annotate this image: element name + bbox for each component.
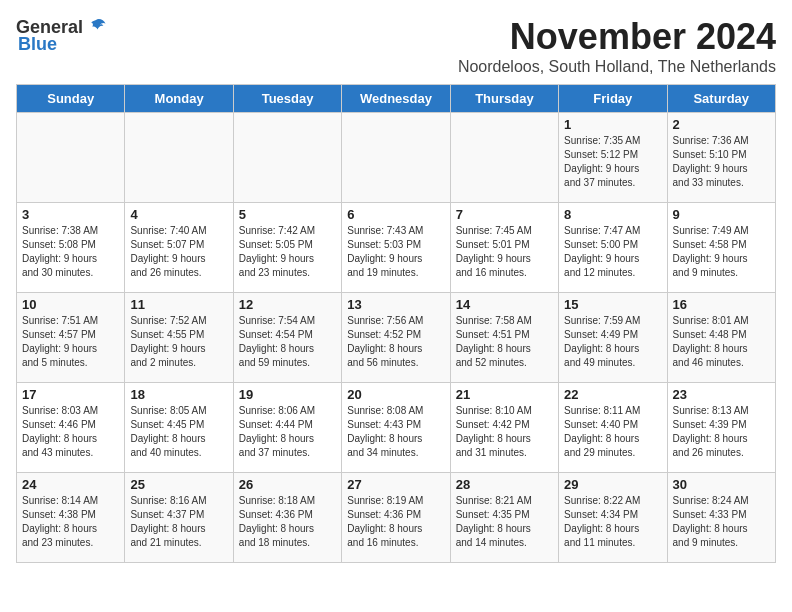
day-number: 27	[347, 477, 444, 492]
day-info: Sunrise: 8:11 AM Sunset: 4:40 PM Dayligh…	[564, 404, 661, 460]
day-number: 11	[130, 297, 227, 312]
day-number: 1	[564, 117, 661, 132]
column-header-wednesday: Wednesday	[342, 85, 450, 113]
calendar-cell: 14Sunrise: 7:58 AM Sunset: 4:51 PM Dayli…	[450, 293, 558, 383]
calendar-cell: 7Sunrise: 7:45 AM Sunset: 5:01 PM Daylig…	[450, 203, 558, 293]
calendar-week-row: 24Sunrise: 8:14 AM Sunset: 4:38 PM Dayli…	[17, 473, 776, 563]
logo-bird-icon	[85, 16, 107, 38]
column-header-monday: Monday	[125, 85, 233, 113]
column-header-tuesday: Tuesday	[233, 85, 341, 113]
calendar-cell: 16Sunrise: 8:01 AM Sunset: 4:48 PM Dayli…	[667, 293, 775, 383]
calendar-cell: 19Sunrise: 8:06 AM Sunset: 4:44 PM Dayli…	[233, 383, 341, 473]
day-info: Sunrise: 8:13 AM Sunset: 4:39 PM Dayligh…	[673, 404, 770, 460]
calendar-cell: 4Sunrise: 7:40 AM Sunset: 5:07 PM Daylig…	[125, 203, 233, 293]
calendar-table: SundayMondayTuesdayWednesdayThursdayFrid…	[16, 84, 776, 563]
calendar-cell: 26Sunrise: 8:18 AM Sunset: 4:36 PM Dayli…	[233, 473, 341, 563]
day-number: 18	[130, 387, 227, 402]
day-number: 22	[564, 387, 661, 402]
calendar-cell	[450, 113, 558, 203]
day-number: 7	[456, 207, 553, 222]
calendar-cell: 17Sunrise: 8:03 AM Sunset: 4:46 PM Dayli…	[17, 383, 125, 473]
title-area: November 2024 Noordeloos, South Holland,…	[458, 16, 776, 76]
day-info: Sunrise: 8:21 AM Sunset: 4:35 PM Dayligh…	[456, 494, 553, 550]
calendar-cell: 30Sunrise: 8:24 AM Sunset: 4:33 PM Dayli…	[667, 473, 775, 563]
calendar-cell: 6Sunrise: 7:43 AM Sunset: 5:03 PM Daylig…	[342, 203, 450, 293]
day-info: Sunrise: 7:51 AM Sunset: 4:57 PM Dayligh…	[22, 314, 119, 370]
calendar-cell: 29Sunrise: 8:22 AM Sunset: 4:34 PM Dayli…	[559, 473, 667, 563]
day-number: 6	[347, 207, 444, 222]
day-number: 28	[456, 477, 553, 492]
day-info: Sunrise: 7:43 AM Sunset: 5:03 PM Dayligh…	[347, 224, 444, 280]
day-number: 16	[673, 297, 770, 312]
day-number: 30	[673, 477, 770, 492]
calendar-cell: 15Sunrise: 7:59 AM Sunset: 4:49 PM Dayli…	[559, 293, 667, 383]
calendar-cell	[342, 113, 450, 203]
calendar-cell: 28Sunrise: 8:21 AM Sunset: 4:35 PM Dayli…	[450, 473, 558, 563]
calendar-cell: 5Sunrise: 7:42 AM Sunset: 5:05 PM Daylig…	[233, 203, 341, 293]
calendar-week-row: 3Sunrise: 7:38 AM Sunset: 5:08 PM Daylig…	[17, 203, 776, 293]
calendar-cell: 8Sunrise: 7:47 AM Sunset: 5:00 PM Daylig…	[559, 203, 667, 293]
day-number: 26	[239, 477, 336, 492]
logo-blue: Blue	[18, 34, 57, 55]
calendar-cell: 12Sunrise: 7:54 AM Sunset: 4:54 PM Dayli…	[233, 293, 341, 383]
column-header-thursday: Thursday	[450, 85, 558, 113]
calendar-cell: 2Sunrise: 7:36 AM Sunset: 5:10 PM Daylig…	[667, 113, 775, 203]
day-info: Sunrise: 8:14 AM Sunset: 4:38 PM Dayligh…	[22, 494, 119, 550]
day-info: Sunrise: 8:22 AM Sunset: 4:34 PM Dayligh…	[564, 494, 661, 550]
day-number: 4	[130, 207, 227, 222]
calendar-cell: 23Sunrise: 8:13 AM Sunset: 4:39 PM Dayli…	[667, 383, 775, 473]
day-number: 21	[456, 387, 553, 402]
calendar-cell	[125, 113, 233, 203]
calendar-header-row: SundayMondayTuesdayWednesdayThursdayFrid…	[17, 85, 776, 113]
logo: General Blue	[16, 16, 107, 55]
calendar-week-row: 17Sunrise: 8:03 AM Sunset: 4:46 PM Dayli…	[17, 383, 776, 473]
day-number: 5	[239, 207, 336, 222]
calendar-week-row: 10Sunrise: 7:51 AM Sunset: 4:57 PM Dayli…	[17, 293, 776, 383]
day-info: Sunrise: 7:40 AM Sunset: 5:07 PM Dayligh…	[130, 224, 227, 280]
day-info: Sunrise: 7:45 AM Sunset: 5:01 PM Dayligh…	[456, 224, 553, 280]
day-info: Sunrise: 7:42 AM Sunset: 5:05 PM Dayligh…	[239, 224, 336, 280]
day-info: Sunrise: 7:58 AM Sunset: 4:51 PM Dayligh…	[456, 314, 553, 370]
day-info: Sunrise: 7:35 AM Sunset: 5:12 PM Dayligh…	[564, 134, 661, 190]
month-title: November 2024	[458, 16, 776, 58]
day-number: 29	[564, 477, 661, 492]
day-info: Sunrise: 8:16 AM Sunset: 4:37 PM Dayligh…	[130, 494, 227, 550]
header: General Blue November 2024 Noordeloos, S…	[16, 16, 776, 76]
day-info: Sunrise: 8:05 AM Sunset: 4:45 PM Dayligh…	[130, 404, 227, 460]
day-info: Sunrise: 8:18 AM Sunset: 4:36 PM Dayligh…	[239, 494, 336, 550]
day-info: Sunrise: 7:59 AM Sunset: 4:49 PM Dayligh…	[564, 314, 661, 370]
day-info: Sunrise: 8:01 AM Sunset: 4:48 PM Dayligh…	[673, 314, 770, 370]
calendar-cell: 22Sunrise: 8:11 AM Sunset: 4:40 PM Dayli…	[559, 383, 667, 473]
calendar-cell: 25Sunrise: 8:16 AM Sunset: 4:37 PM Dayli…	[125, 473, 233, 563]
day-info: Sunrise: 7:38 AM Sunset: 5:08 PM Dayligh…	[22, 224, 119, 280]
subtitle: Noordeloos, South Holland, The Netherlan…	[458, 58, 776, 76]
day-number: 13	[347, 297, 444, 312]
day-number: 3	[22, 207, 119, 222]
column-header-saturday: Saturday	[667, 85, 775, 113]
day-number: 19	[239, 387, 336, 402]
calendar-cell	[233, 113, 341, 203]
calendar-cell: 1Sunrise: 7:35 AM Sunset: 5:12 PM Daylig…	[559, 113, 667, 203]
day-number: 14	[456, 297, 553, 312]
day-info: Sunrise: 7:52 AM Sunset: 4:55 PM Dayligh…	[130, 314, 227, 370]
day-number: 10	[22, 297, 119, 312]
calendar-cell: 27Sunrise: 8:19 AM Sunset: 4:36 PM Dayli…	[342, 473, 450, 563]
calendar-week-row: 1Sunrise: 7:35 AM Sunset: 5:12 PM Daylig…	[17, 113, 776, 203]
day-number: 25	[130, 477, 227, 492]
calendar-cell: 24Sunrise: 8:14 AM Sunset: 4:38 PM Dayli…	[17, 473, 125, 563]
day-info: Sunrise: 7:56 AM Sunset: 4:52 PM Dayligh…	[347, 314, 444, 370]
day-number: 17	[22, 387, 119, 402]
day-number: 8	[564, 207, 661, 222]
day-info: Sunrise: 8:19 AM Sunset: 4:36 PM Dayligh…	[347, 494, 444, 550]
calendar-cell: 13Sunrise: 7:56 AM Sunset: 4:52 PM Dayli…	[342, 293, 450, 383]
day-info: Sunrise: 8:08 AM Sunset: 4:43 PM Dayligh…	[347, 404, 444, 460]
day-number: 15	[564, 297, 661, 312]
day-number: 2	[673, 117, 770, 132]
calendar-cell: 10Sunrise: 7:51 AM Sunset: 4:57 PM Dayli…	[17, 293, 125, 383]
day-info: Sunrise: 7:49 AM Sunset: 4:58 PM Dayligh…	[673, 224, 770, 280]
day-info: Sunrise: 8:24 AM Sunset: 4:33 PM Dayligh…	[673, 494, 770, 550]
day-info: Sunrise: 7:54 AM Sunset: 4:54 PM Dayligh…	[239, 314, 336, 370]
day-info: Sunrise: 8:06 AM Sunset: 4:44 PM Dayligh…	[239, 404, 336, 460]
calendar-cell: 11Sunrise: 7:52 AM Sunset: 4:55 PM Dayli…	[125, 293, 233, 383]
calendar-cell: 9Sunrise: 7:49 AM Sunset: 4:58 PM Daylig…	[667, 203, 775, 293]
